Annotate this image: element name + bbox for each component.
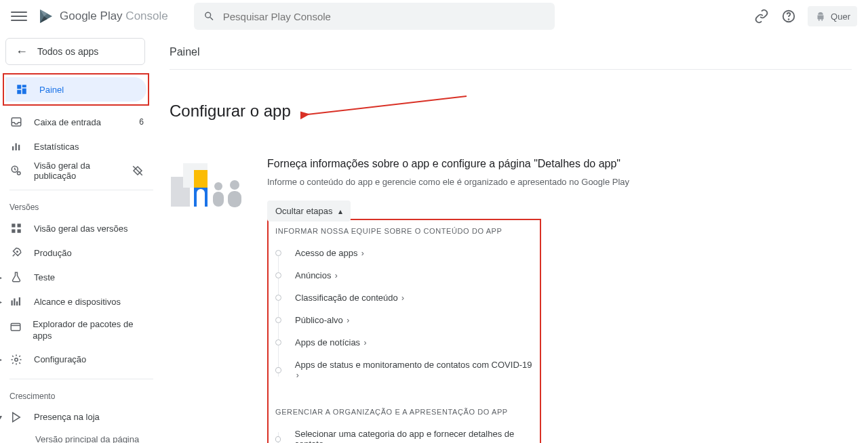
- annotation-box-steps: Informar nossa equipe sobre o conteúdo d…: [267, 219, 541, 443]
- svg-point-25: [15, 358, 18, 362]
- gear-icon: [9, 354, 23, 366]
- sidebar-item-inbox[interactable]: Caixa de entrada 6: [0, 110, 153, 134]
- back-all-apps[interactable]: ← Todos os apps: [5, 38, 145, 65]
- help-icon[interactable]: [781, 8, 797, 24]
- annotation-arrow: [300, 93, 470, 127]
- link-icon[interactable]: [753, 8, 770, 24]
- step-target-audience[interactable]: Público-alvo ›: [275, 309, 533, 331]
- play-store-icon: [9, 411, 23, 423]
- subheading: Forneça informações sobre o app e config…: [267, 158, 852, 170]
- caret-icon: ▸: [0, 356, 2, 363]
- svg-rect-24: [11, 324, 20, 331]
- sidebar-item-test[interactable]: ▸ Teste: [0, 265, 153, 289]
- search-bar[interactable]: [194, 3, 555, 30]
- svg-rect-12: [18, 145, 20, 150]
- package-icon: [9, 320, 22, 333]
- heading-configure-app: Configurar o app: [170, 102, 291, 121]
- svg-rect-36: [228, 191, 241, 207]
- step-group-label-1: Informar nossa equipe sobre o conteúdo d…: [275, 227, 533, 235]
- svg-point-14: [18, 172, 21, 175]
- svg-rect-8: [17, 90, 21, 94]
- search-icon: [203, 10, 215, 22]
- annotation-box-sidebar: Painel: [3, 73, 149, 106]
- stats-icon: [9, 140, 23, 152]
- step-news-apps[interactable]: Apps de notícias ›: [275, 331, 533, 354]
- top-chip[interactable]: Quer: [808, 6, 857, 26]
- svg-point-19: [17, 251, 18, 253]
- svg-rect-23: [19, 297, 20, 305]
- devices-icon: [9, 295, 23, 308]
- inbox-badge: 6: [139, 117, 144, 127]
- step-covid-apps[interactable]: Apps de status e monitoramento de contat…: [275, 354, 533, 386]
- sidebar-item-painel[interactable]: Painel: [5, 77, 146, 102]
- svg-rect-34: [213, 192, 224, 207]
- caret-icon: ▸: [0, 298, 2, 305]
- step-ads[interactable]: Anúncios ›: [275, 264, 533, 287]
- svg-rect-17: [12, 230, 15, 233]
- svg-rect-22: [16, 301, 18, 305]
- disabled-icon: [132, 165, 144, 177]
- hide-steps-button[interactable]: Ocultar etapas ▴: [267, 201, 351, 222]
- svg-marker-31: [194, 170, 208, 188]
- svg-rect-21: [14, 299, 15, 306]
- illustration-icon: [170, 158, 251, 209]
- section-label-versoes: Versões: [0, 197, 153, 216]
- arrow-left-icon: ←: [16, 45, 28, 59]
- search-input[interactable]: [223, 11, 545, 22]
- rocket-icon: [9, 247, 23, 259]
- svg-rect-11: [16, 144, 17, 151]
- android-icon: [814, 10, 827, 22]
- svg-rect-16: [18, 224, 21, 227]
- play-console-logo-icon: [38, 8, 54, 24]
- sidebar-item-production[interactable]: Produção: [0, 240, 153, 265]
- svg-rect-15: [12, 224, 15, 227]
- chevron-up-icon: ▴: [338, 207, 342, 216]
- step-app-access[interactable]: Acesso de apps ›: [275, 242, 533, 264]
- section-label-crescimento: Crescimento: [0, 386, 153, 405]
- svg-rect-10: [12, 146, 14, 150]
- inbox-icon: [9, 116, 23, 128]
- svg-point-4: [789, 19, 789, 20]
- svg-point-33: [214, 182, 222, 190]
- sidebar-subitem-main-listing[interactable]: Versão principal da página "Detalhes do …: [0, 429, 153, 443]
- svg-rect-5: [17, 85, 21, 89]
- description: Informe o conteúdo do app e gerencie com…: [267, 177, 852, 187]
- brand-text: Google Play Console: [60, 9, 168, 23]
- menu-icon[interactable]: [11, 8, 27, 24]
- step-group-label-2: Gerenciar a organização e a apresentação…: [275, 408, 533, 416]
- svg-point-35: [230, 180, 239, 190]
- svg-line-28: [307, 96, 467, 114]
- dashboard-icon: [15, 83, 28, 96]
- grid-icon: [9, 222, 23, 234]
- flask-icon: [9, 271, 23, 283]
- sidebar: ← Todos os apps Painel Caixa de entrada …: [0, 33, 153, 443]
- sidebar-item-reach[interactable]: ▸ Alcance e dispositivos: [0, 289, 153, 314]
- svg-rect-18: [18, 230, 21, 233]
- step-content-rating[interactable]: Classificação de conteúdo ›: [275, 287, 533, 309]
- caret-icon: ▸: [0, 274, 2, 281]
- caret-down-icon: ▾: [0, 413, 2, 421]
- sidebar-item-stats[interactable]: Estatísticas: [0, 134, 153, 159]
- page-title: Painel: [170, 33, 852, 69]
- step-select-category[interactable]: Selecionar uma categoria do app e fornec…: [275, 423, 533, 443]
- sidebar-item-store-presence[interactable]: ▾ Presença na loja: [0, 405, 153, 429]
- sidebar-item-bundle-explorer[interactable]: Explorador de pacotes de apps: [0, 314, 153, 347]
- sidebar-item-publishing-overview[interactable]: Visão geral da publicação: [0, 159, 153, 183]
- svg-rect-6: [22, 85, 26, 87]
- sidebar-item-release-overview[interactable]: Visão geral das versões: [0, 216, 153, 240]
- clock-cog-icon: [9, 165, 23, 177]
- main-content: Painel Configurar o app Forne: [153, 33, 868, 443]
- brand[interactable]: Google Play Console: [38, 8, 168, 24]
- svg-rect-7: [22, 89, 26, 94]
- svg-marker-26: [13, 413, 20, 422]
- svg-rect-20: [12, 301, 13, 306]
- sidebar-item-config[interactable]: ▸ Configuração: [0, 347, 153, 372]
